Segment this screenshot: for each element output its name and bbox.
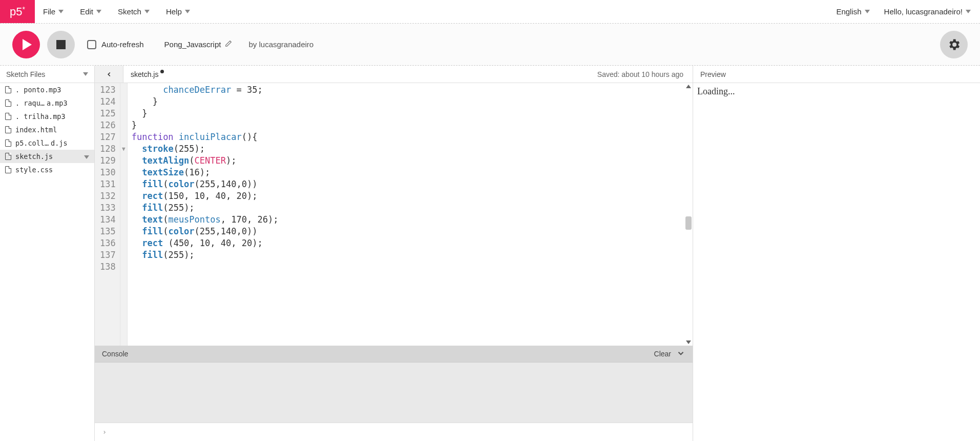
scrollbar-thumb[interactable]: [685, 216, 692, 230]
stop-icon: [56, 40, 66, 49]
play-button[interactable]: [12, 31, 40, 58]
unsaved-indicator-icon: [160, 70, 164, 73]
settings-button[interactable]: [940, 31, 968, 58]
fold-gutter[interactable]: ▼: [120, 83, 128, 346]
file-icon: [5, 86, 11, 93]
file-name: sketch.js: [15, 152, 53, 161]
toolbar: Auto-refresh Pong_Javascript by lucasgra…: [0, 24, 980, 66]
console-clear-button[interactable]: Clear: [654, 349, 685, 359]
chevron-down-icon: [966, 10, 971, 13]
file-icon: [5, 166, 11, 173]
file-icon: [5, 153, 11, 160]
scroll-up-icon[interactable]: [686, 85, 691, 88]
file-name: ._trilha.mp3: [15, 112, 66, 121]
file-row[interactable]: ._trilha.mp3: [0, 110, 94, 123]
console-title: Console: [102, 350, 128, 358]
menu-sketch[interactable]: Sketch: [118, 7, 150, 16]
file-list: ._ponto.mp3._raqu…a.mp3._trilha.mp3index…: [0, 83, 94, 441]
chevron-right-icon: [102, 430, 107, 435]
chevron-down-icon: [96, 10, 101, 13]
file-row[interactable]: ._ponto.mp3: [0, 83, 94, 96]
preview-header: Preview: [693, 66, 980, 83]
language-selector[interactable]: English: [836, 7, 869, 16]
menubar: p5* File Edit Sketch Help English Hello,…: [0, 0, 980, 24]
scroll-down-icon[interactable]: [686, 340, 691, 344]
file-row[interactable]: index.html: [0, 123, 94, 136]
file-row[interactable]: style.css: [0, 163, 94, 176]
chevron-down-icon[interactable]: [676, 349, 685, 359]
play-icon: [23, 39, 32, 50]
file-name: index.html: [15, 126, 57, 134]
file-name: ._ponto.mp3: [15, 86, 61, 94]
code-content[interactable]: chanceDeErrar = 35; } }}function incluiP…: [128, 83, 693, 346]
file-icon: [5, 126, 11, 133]
file-icon: [5, 139, 11, 147]
file-row[interactable]: sketch.js: [0, 150, 94, 163]
auto-refresh-toggle[interactable]: Auto-refresh: [87, 40, 144, 49]
editor-header: sketch.js Saved: about 10 hours ago: [95, 66, 693, 83]
menu-left-group: File Edit Sketch Help: [35, 0, 190, 23]
collapse-sidebar-button[interactable]: [95, 66, 123, 83]
code-editor[interactable]: 1231241251261271281291301311321331341351…: [95, 83, 693, 346]
chevron-down-icon: [144, 10, 150, 13]
file-row[interactable]: p5.coll…d.js: [0, 136, 94, 150]
saved-status: Saved: about 10 hours ago: [597, 70, 693, 78]
chevron-down-icon: [83, 72, 88, 76]
editor-tab[interactable]: sketch.js: [123, 70, 164, 78]
file-name: ._raqu…a.mp3: [15, 99, 68, 107]
console-input[interactable]: [95, 423, 693, 441]
file-icon: [5, 113, 11, 120]
file-name: p5.coll…d.js: [15, 139, 68, 147]
auto-refresh-checkbox[interactable]: [87, 40, 96, 49]
line-gutter: 1231241251261271281291301311321331341351…: [95, 83, 120, 346]
console-header: Console Clear: [95, 346, 693, 362]
file-icon: [5, 99, 11, 107]
main-area: Sketch Files ._ponto.mp3._raqu…a.mp3._tr…: [0, 66, 980, 441]
chevron-down-icon: [185, 10, 190, 13]
sidebar-header[interactable]: Sketch Files: [0, 66, 94, 83]
menu-help[interactable]: Help: [166, 7, 190, 16]
menu-right-group: English Hello, lucasgranadeiro!: [836, 0, 980, 23]
chevron-down-icon: [865, 10, 870, 13]
auto-refresh-label: Auto-refresh: [101, 40, 144, 49]
preview-pane: Preview Loading...: [693, 66, 980, 441]
console-body: [95, 362, 693, 423]
sidebar: Sketch Files ._ponto.mp3._raqu…a.mp3._tr…: [0, 66, 95, 441]
menu-file[interactable]: File: [43, 7, 64, 16]
file-row[interactable]: ._raqu…a.mp3: [0, 96, 94, 110]
chevron-down-icon[interactable]: [84, 152, 89, 161]
user-menu[interactable]: Hello, lucasgranadeiro!: [884, 7, 971, 16]
chevron-down-icon: [58, 10, 64, 13]
gear-icon: [947, 37, 961, 52]
menu-edit[interactable]: Edit: [80, 7, 101, 16]
file-name: style.css: [15, 166, 53, 174]
pencil-icon: [225, 40, 232, 49]
stop-button[interactable]: [47, 31, 75, 58]
chevron-left-icon: [106, 71, 113, 78]
sketch-author: by lucasgranadeiro: [248, 40, 314, 49]
sketch-name[interactable]: Pong_Javascript: [164, 40, 233, 49]
logo[interactable]: p5*: [0, 0, 35, 23]
editor-pane: sketch.js Saved: about 10 hours ago 1231…: [95, 66, 693, 441]
preview-content: Loading...: [693, 83, 980, 441]
